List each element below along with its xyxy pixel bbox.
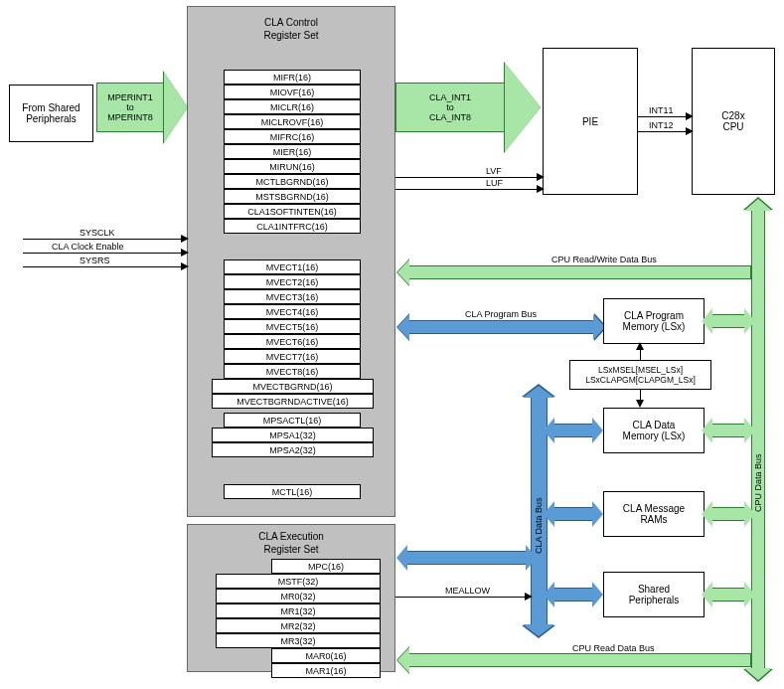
label: Peripherals [26, 113, 77, 124]
reg-mvectbgrnd: MVECTBGRND(16) [212, 379, 374, 394]
label: CLA_INT1 to CLA_INT8 [429, 92, 471, 122]
pie-block: PIE [543, 48, 638, 195]
reg-mr2: MR2(32) [216, 618, 381, 633]
lsx-sel: LSxMSEL[MSEL_LSx] LSxCLAPGM[CLAPGM_LSx] [569, 360, 711, 390]
reg-mctlbgrnd: MCTLBGRND(16) [224, 174, 361, 189]
reg-mvectbgrndactive: MVECTBGRNDACTIVE(16) [212, 394, 374, 409]
signal-sysrs: SYSRS [79, 256, 110, 265]
reg-mvect6: MVECT6(16) [224, 334, 361, 349]
reg-miovf: MIOVF(16) [224, 85, 361, 99]
signal-meallow: MEALLOW [445, 586, 490, 596]
reg-mier: MIER(16) [224, 144, 361, 159]
label: CLA Program Memory (LSx) [623, 310, 686, 332]
cla-program-memory: CLA Program Memory (LSx) [603, 298, 705, 344]
reg-cla1softinten: CLA1SOFTINTEN(16) [224, 204, 361, 219]
reg-mpsa2: MPSA2(32) [212, 442, 374, 457]
label: Shared Peripherals [629, 584, 680, 605]
reg-mvect8: MVECT8(16) [224, 364, 361, 379]
reg-mvect2: MVECT2(16) [224, 274, 361, 289]
label: CLA Message RAMs [623, 503, 685, 525]
label-cpu-read-data-bus: CPU Read Data Bus [572, 643, 655, 653]
reg-mvect7: MVECT7(16) [224, 349, 361, 364]
reg-mstf: MSTF(32) [216, 574, 381, 589]
label-cpu-rw-data-bus: CPU Read/Write Data Bus [551, 255, 657, 264]
label: CLA Control [264, 17, 318, 28]
signal-cla-clk-enable: CLA Clock Enable [52, 242, 124, 252]
cla-data-memory: CLA Data Memory (LSx) [603, 408, 705, 453]
reg-mar0: MAR0(16) [271, 648, 381, 663]
cpu-rw-data-bus [408, 265, 751, 279]
shared-peripherals: Shared Peripherals [603, 572, 705, 617]
reg-mstsbgrnd: MSTSBGRND(16) [224, 189, 361, 204]
label: MPERINT1 to MPERINT8 [107, 92, 153, 122]
label: CLA Data Memory (LSx) [623, 420, 686, 441]
reg-mirun: MIRUN(16) [224, 159, 361, 174]
label: From Shared [22, 102, 79, 113]
reg-mar1: MAR1(16) [271, 663, 381, 678]
cpu-block: C28x CPU [692, 48, 775, 195]
cla-message-rams: CLA Message RAMs [603, 491, 705, 537]
signal-int11: INT11 [649, 105, 674, 115]
cpu-read-data-bus [408, 653, 751, 667]
reg-mvect5: MVECT5(16) [224, 319, 361, 334]
reg-mvect4: MVECT4(16) [224, 304, 361, 319]
reg-mvect1: MVECT1(16) [224, 259, 361, 274]
reg-miclr: MICLR(16) [224, 99, 361, 114]
label: PIE [582, 116, 598, 127]
cla-int-arrow: CLA_INT1 to CLA_INT8 [395, 83, 505, 132]
reg-mpc: MPC(16) [271, 559, 381, 574]
label: CLA Execution [258, 531, 324, 542]
label: Register Set [263, 30, 318, 41]
reg-mvect3: MVECT3(16) [224, 289, 361, 304]
label: C28x CPU [721, 110, 744, 132]
reg-miclrovf: MICLROVF(16) [224, 114, 361, 129]
signal-int12: INT12 [649, 120, 674, 130]
reg-mr0: MR0(32) [216, 589, 381, 603]
mperint-arrow: MPERINT1 to MPERINT8 [96, 83, 164, 132]
signal-luf: LUF [486, 178, 503, 188]
label-cla-program-bus: CLA Program Bus [465, 309, 537, 319]
label: Register Set [263, 544, 318, 555]
reg-cla1intfrc: CLA1INTFRC(16) [224, 219, 361, 234]
reg-mctl: MCTL(16) [224, 484, 361, 499]
from-shared-peripherals: From Shared Peripherals [9, 85, 93, 142]
reg-mr1: MR1(32) [216, 603, 381, 618]
signal-lvf: LVF [486, 166, 502, 176]
reg-mr3: MR3(32) [216, 633, 381, 648]
label: LSxMSEL[MSEL_LSx] LSxCLAPGM[CLAPGM_LSx] [585, 365, 696, 385]
reg-mifr: MIFR(16) [224, 70, 361, 85]
reg-mpsactl: MPSACTL(16) [224, 413, 361, 428]
reg-mpsa1: MPSA1(32) [212, 428, 374, 442]
reg-mifrc: MIFRC(16) [224, 129, 361, 144]
signal-sysclk: SYSCLK [79, 228, 115, 238]
cla-program-bus [408, 320, 594, 334]
